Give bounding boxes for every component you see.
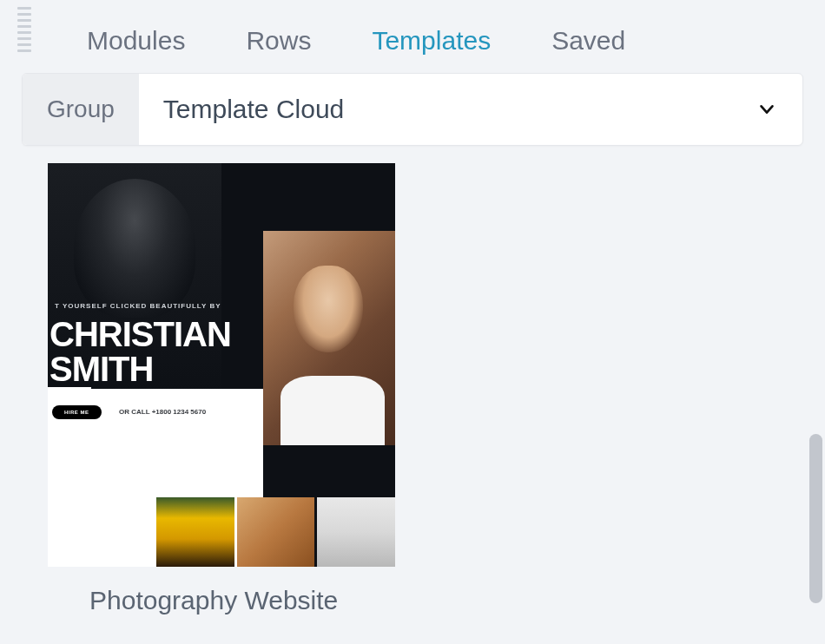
thumb-tagline: T YOURSELF CLICKED BEAUTIFULLY BY [55, 302, 221, 310]
template-card[interactable]: T YOURSELF CLICKED BEAUTIFULLY BY CHRIST… [48, 163, 395, 614]
thumb-name-line1: CHRISTIAN [50, 318, 231, 351]
scrollbar-thumb[interactable] [809, 434, 822, 603]
thumb-hire-button: HIRE ME [52, 405, 102, 419]
tab-templates[interactable]: Templates [372, 26, 491, 56]
group-dropdown[interactable]: Template Cloud [139, 74, 802, 145]
templates-list: T YOURSELF CLICKED BEAUTIFULLY BY CHRIST… [0, 163, 825, 614]
tab-modules[interactable]: Modules [87, 26, 185, 56]
chevron-down-icon [757, 100, 776, 119]
thumb-call-text: OR CALL +1800 1234 5670 [119, 408, 206, 416]
group-label: Group [23, 74, 139, 145]
tabs-bar: Modules Rows Templates Saved [0, 0, 825, 73]
template-title: Photography Website [89, 586, 395, 614]
template-thumbnail: T YOURSELF CLICKED BEAUTIFULLY BY CHRIST… [48, 163, 395, 567]
thumb-name-line2: SMITH [50, 352, 153, 385]
group-value: Template Cloud [163, 95, 344, 124]
tab-saved[interactable]: Saved [551, 26, 625, 56]
tab-rows[interactable]: Rows [246, 26, 311, 56]
drag-handle[interactable] [17, 7, 31, 52]
group-selector: Group Template Cloud [22, 73, 803, 146]
